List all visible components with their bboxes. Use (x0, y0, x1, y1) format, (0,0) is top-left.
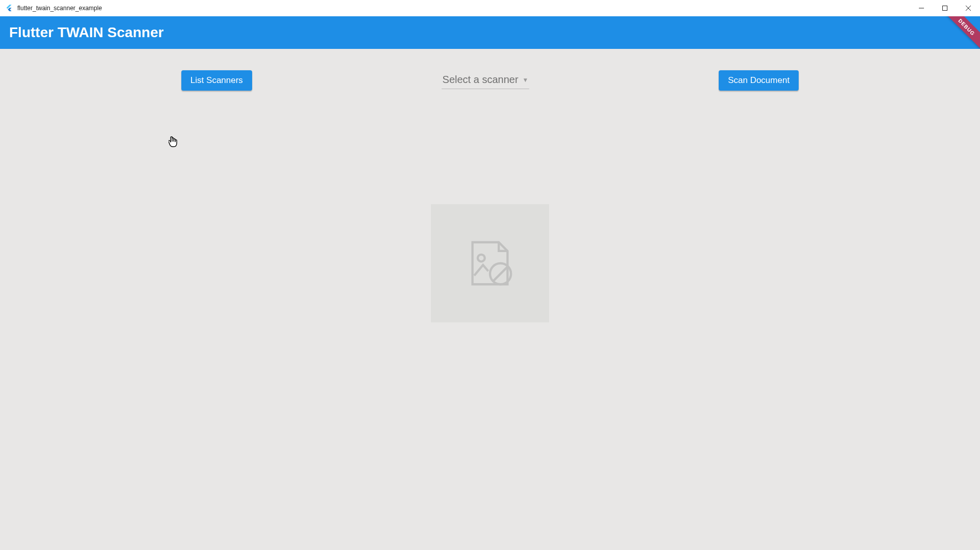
scan-document-button[interactable]: Scan Document (719, 70, 799, 91)
toolbar-row: List Scanners Select a scanner ▼ Scan Do… (0, 49, 980, 91)
app-bar: Flutter TWAIN Scanner DEBUG (0, 16, 980, 49)
close-button[interactable] (957, 0, 980, 16)
pointer-cursor-icon (169, 135, 180, 149)
svg-line-6 (494, 267, 508, 281)
minimize-icon (919, 6, 924, 11)
title-bar: flutter_twain_scanner_example (0, 0, 980, 16)
maximize-button[interactable] (933, 0, 957, 16)
window-controls (910, 0, 980, 16)
debug-banner: DEBUG (941, 16, 980, 49)
close-icon (966, 6, 971, 11)
svg-point-4 (478, 255, 485, 262)
broken-image-icon (462, 235, 518, 291)
chevron-down-icon: ▼ (523, 76, 529, 84)
app-bar-title: Flutter TWAIN Scanner (9, 24, 164, 41)
window-title: flutter_twain_scanner_example (17, 5, 102, 12)
list-scanners-button[interactable]: List Scanners (181, 70, 252, 91)
minimize-button[interactable] (910, 0, 933, 16)
svg-rect-1 (943, 6, 947, 11)
flutter-logo-icon (5, 4, 13, 12)
image-placeholder (431, 204, 549, 322)
content-area: List Scanners Select a scanner ▼ Scan Do… (0, 49, 980, 550)
maximize-icon (942, 6, 947, 11)
scanner-dropdown[interactable]: Select a scanner ▼ (442, 72, 530, 89)
title-bar-left: flutter_twain_scanner_example (5, 4, 102, 12)
scanner-dropdown-placeholder: Select a scanner (443, 74, 519, 86)
